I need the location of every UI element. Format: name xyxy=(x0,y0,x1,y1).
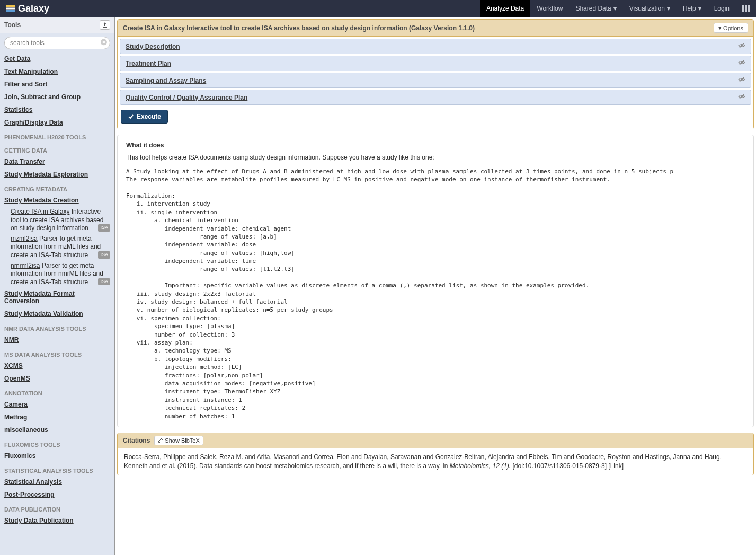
nav-shared-data[interactable]: Shared Data▾ xyxy=(569,0,622,17)
tool-link[interactable]: Data Transfer xyxy=(4,156,110,167)
svg-rect-2 xyxy=(6,10,15,12)
upload-button[interactable] xyxy=(100,20,110,30)
svg-rect-8 xyxy=(748,7,750,10)
isa-badge: ISA xyxy=(98,278,110,286)
section-header: PHENOMENAL H2020 TOOLS xyxy=(0,129,114,142)
help-box: What it does This tool helps create ISA … xyxy=(117,135,754,427)
section-header: GETTING DATA xyxy=(0,142,114,155)
options-button[interactable]: ▾ Options xyxy=(714,23,748,33)
tools-header: Tools xyxy=(0,17,114,33)
isa-badge: ISA xyxy=(98,224,110,232)
svg-rect-1 xyxy=(6,8,15,10)
form-section-title: Study Description xyxy=(126,43,180,50)
check-icon xyxy=(128,113,134,120)
tool-link[interactable]: Statistical Analysis xyxy=(4,477,110,487)
subtool-item[interactable]: nmrml2isa Parser to get meta information… xyxy=(0,261,114,288)
svg-rect-4 xyxy=(745,5,747,7)
tool-link[interactable]: Study Metadata Exploration xyxy=(4,169,110,180)
section-header: MS DATA ANALYSIS TOOLS xyxy=(0,346,114,359)
main-panel: Create ISA in Galaxy Interactive tool to… xyxy=(115,17,756,555)
form-section[interactable]: Treatment Plan xyxy=(120,56,751,71)
tools-sidebar: Tools Get DataText ManipulationFilter an… xyxy=(0,17,115,555)
caret-down-icon: ▾ xyxy=(613,5,617,12)
tool-link[interactable]: Study Metadata Format Conversion xyxy=(4,288,110,306)
citations-title: Citations xyxy=(123,437,150,444)
clear-search-icon[interactable] xyxy=(101,39,107,47)
eye-hidden-icon[interactable] xyxy=(738,42,745,51)
show-bibtex-button[interactable]: Show BibTeX xyxy=(154,436,203,445)
search-tools-input[interactable] xyxy=(4,37,110,49)
tool-link[interactable]: NMR xyxy=(4,334,110,345)
doi-link[interactable]: doi:10.1007/s11306-015-0879-3 xyxy=(514,462,605,470)
svg-rect-7 xyxy=(745,7,747,10)
form-section-title: Quality Control / Quality Assurance Plan xyxy=(126,94,247,101)
svg-rect-9 xyxy=(742,10,744,12)
svg-rect-10 xyxy=(745,10,747,12)
svg-rect-6 xyxy=(742,7,744,10)
eye-hidden-icon[interactable] xyxy=(738,59,745,68)
tool-link[interactable]: miscellaneous xyxy=(4,425,110,435)
section-header: NMR DATA ANALYSIS TOOLS xyxy=(0,320,114,333)
caret-down-icon: ▾ xyxy=(698,5,701,12)
form-section[interactable]: Quality Control / Quality Assurance Plan xyxy=(120,90,751,105)
section-header: FLUXOMICS TOOLS xyxy=(0,436,114,450)
section-header: STATISTICAL ANALYSIS TOOLS xyxy=(0,462,114,475)
tool-link[interactable]: Fluxomics xyxy=(4,451,110,461)
nav-help[interactable]: Help▾ xyxy=(677,0,708,17)
tool-link[interactable]: Filter and Sort xyxy=(4,79,110,90)
nav-login[interactable]: Login xyxy=(708,0,736,17)
edit-icon xyxy=(158,438,163,443)
brand-name: Galaxy xyxy=(18,3,49,14)
nav-apps-icon[interactable] xyxy=(736,0,756,17)
form-section[interactable]: Sampling and Assay Plans xyxy=(120,73,751,88)
section-header: DATA PUBLICATION xyxy=(0,501,114,514)
top-nav: Galaxy Analyze Data Workflow Shared Data… xyxy=(0,0,756,17)
subtool-item[interactable]: mzml2isa Parser to get meta information … xyxy=(0,234,114,261)
citation-text: Rocca-Serra, Philippe and Salek, Reza M.… xyxy=(118,448,753,475)
help-pre: A Study looking at the effect of Drugs A… xyxy=(126,168,745,420)
tool-link[interactable]: OpenMS xyxy=(4,373,110,384)
subtool-item[interactable]: Create ISA in Galaxy Interactive tool to… xyxy=(0,207,114,234)
caret-down-icon: ▾ xyxy=(667,5,670,12)
citation-link[interactable]: Link xyxy=(610,462,622,470)
form-section[interactable]: Study Description xyxy=(120,39,751,54)
execute-button[interactable]: Execute xyxy=(121,110,168,124)
tool-link[interactable]: Study Metadata Creation xyxy=(4,195,110,206)
nav-analyze-data[interactable]: Analyze Data xyxy=(480,0,530,17)
svg-rect-0 xyxy=(6,5,15,7)
tool-link[interactable]: Statistics xyxy=(4,104,110,115)
tool-form: Create ISA in Galaxy Interactive tool to… xyxy=(117,19,754,129)
section-header: ANNOTATION xyxy=(0,385,114,398)
logo[interactable]: Galaxy xyxy=(0,3,56,14)
svg-rect-3 xyxy=(742,5,744,7)
tool-link[interactable]: Metfrag xyxy=(4,412,110,422)
tool-link[interactable]: Get Data xyxy=(4,54,110,64)
tool-title: Create ISA in Galaxy Interactive tool to… xyxy=(123,24,475,32)
svg-rect-11 xyxy=(748,10,750,12)
tool-link[interactable]: Study Data Publication xyxy=(4,515,110,526)
tool-title-bar: Create ISA in Galaxy Interactive tool to… xyxy=(118,20,753,37)
tool-link[interactable]: XCMS xyxy=(4,360,110,371)
help-heading: What it does xyxy=(126,142,745,149)
form-section-title: Sampling and Assay Plans xyxy=(126,77,206,84)
tool-link[interactable]: Study Metadata Validation xyxy=(4,309,110,319)
svg-rect-5 xyxy=(748,5,750,7)
eye-hidden-icon[interactable] xyxy=(738,93,745,102)
tool-link[interactable]: Camera xyxy=(4,399,110,410)
eye-hidden-icon[interactable] xyxy=(738,76,745,85)
nav-workflow[interactable]: Workflow xyxy=(530,0,569,17)
galaxy-logo-icon xyxy=(6,4,15,13)
caret-down-icon: ▾ xyxy=(718,24,722,31)
nav-visualization[interactable]: Visualization▾ xyxy=(623,0,677,17)
help-intro: This tool helps create ISA documents usi… xyxy=(126,153,745,162)
tool-link[interactable]: Post-Processing xyxy=(4,489,110,500)
section-header: CREATING METADATA xyxy=(0,181,114,194)
tool-link[interactable]: Join, Subtract and Group xyxy=(4,92,110,102)
tool-link[interactable]: Graph/Display Data xyxy=(4,117,110,128)
tools-title: Tools xyxy=(4,21,21,29)
citations-box: Citations Show BibTeX Rocca-Serra, Phili… xyxy=(117,433,754,475)
form-section-title: Treatment Plan xyxy=(126,60,171,67)
isa-badge: ISA xyxy=(98,251,110,259)
tool-link[interactable]: Text Manipulation xyxy=(4,66,110,77)
